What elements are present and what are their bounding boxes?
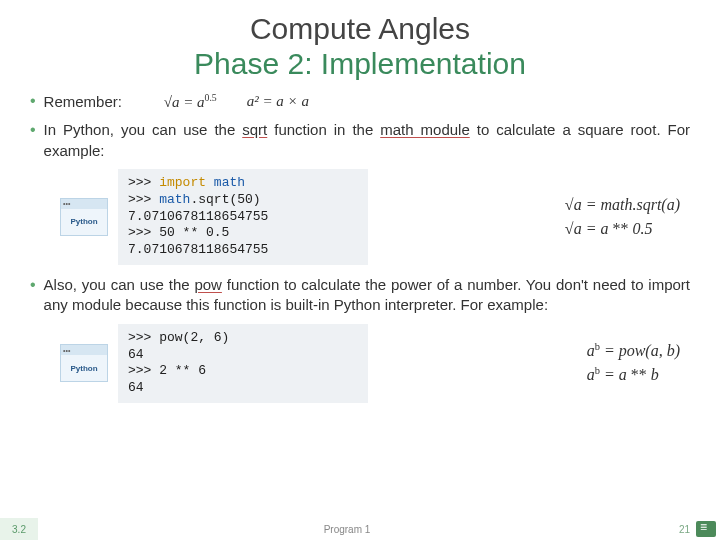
title-line-2: Phase 2: Implementation <box>30 47 690 82</box>
formula-square: a² = a × a <box>247 91 309 112</box>
section-number: 3.2 <box>0 518 38 540</box>
code-block-2: >>> pow(2, 6) 64 >>> 2 ** 6 64 <box>118 324 368 404</box>
math-pow-box: ab = pow(a, b) ab = a ** b <box>587 339 690 388</box>
bullet-dot-icon: • <box>30 275 36 296</box>
code-block-1: >>> import math >>> math.sqrt(50) 7.0710… <box>118 169 368 265</box>
logo-icon <box>696 521 716 537</box>
code-row-1: ••• Python >>> import math >>> math.sqrt… <box>60 169 690 265</box>
remember-label: Remember: <box>44 93 122 110</box>
code-row-2: ••• Python >>> pow(2, 6) 64 >>> 2 ** 6 6… <box>60 324 690 404</box>
bullet-dot-icon: • <box>30 91 36 112</box>
pow-text: Also, you can use the pow function to ca… <box>44 275 690 316</box>
footer: 3.2 Program 1 21 <box>0 518 720 540</box>
formula-star-sqrt: √a = a ** 0.5 <box>565 217 680 241</box>
python-icon: ••• Python <box>60 198 108 236</box>
math-sqrt-box: √a = math.sqrt(a) √a = a ** 0.5 <box>565 193 690 241</box>
formula-sqrt: √a = a0.5 <box>164 91 217 112</box>
bullet-remember: • Remember: √a = a0.5 a² = a × a <box>30 91 690 112</box>
python-icon: ••• Python <box>60 344 108 382</box>
slide-title: Compute Angles Phase 2: Implementation <box>30 12 690 81</box>
bullet-dot-icon: • <box>30 120 36 141</box>
page-number: 21 <box>656 524 696 535</box>
sqrt-text: In Python, you can use the sqrt function… <box>44 120 690 161</box>
formula-math-sqrt: √a = math.sqrt(a) <box>565 193 680 217</box>
bullet-sqrt: • In Python, you can use the sqrt functi… <box>30 120 690 161</box>
formula-pow: ab = pow(a, b) <box>587 339 680 363</box>
slide: Compute Angles Phase 2: Implementation •… <box>0 0 720 540</box>
formula-star-pow: ab = a ** b <box>587 363 680 387</box>
title-line-1: Compute Angles <box>30 12 690 47</box>
bullet-pow: • Also, you can use the pow function to … <box>30 275 690 316</box>
program-label: Program 1 <box>38 524 656 535</box>
